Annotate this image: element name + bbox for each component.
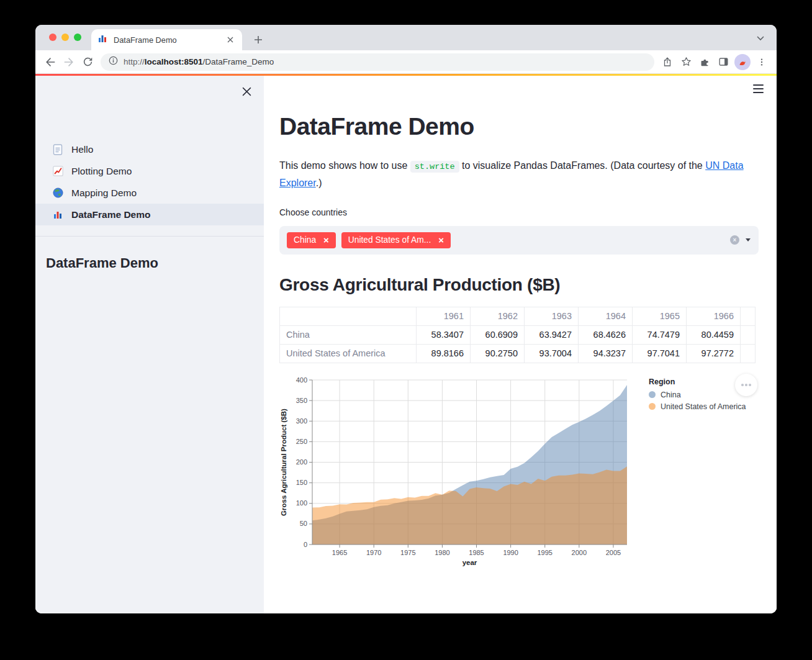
remove-option-icon[interactable]: × <box>323 235 329 245</box>
table-cell: 60.6909 <box>471 325 525 344</box>
svg-text:250: 250 <box>296 438 307 445</box>
window-controls <box>49 34 81 41</box>
svg-text:2005: 2005 <box>606 549 621 556</box>
pill-label: China <box>294 235 316 245</box>
table-header-row: 1961 1962 1963 1964 1965 1966 <box>280 307 756 325</box>
site-info-icon[interactable] <box>109 56 118 68</box>
sidebar-close-icon[interactable] <box>238 83 255 99</box>
browser-menu-kebab-icon[interactable] <box>752 53 771 71</box>
table-cell: 74.7479 <box>633 325 687 344</box>
legend-item-usa: United States of America <box>649 402 746 411</box>
table-header-cell: 1966 <box>687 307 741 325</box>
tab-strip: DataFrame Demo <box>35 25 777 50</box>
page-content: DataFrame Demo This demo shows how to us… <box>264 74 759 569</box>
country-multiselect[interactable]: China × United States of Am... × × <box>279 226 759 255</box>
tab-search-chevron-icon[interactable] <box>754 32 767 45</box>
svg-text:1980: 1980 <box>435 549 449 556</box>
table-cell: 63.9427 <box>525 325 579 344</box>
back-button[interactable] <box>41 53 60 71</box>
dropdown-caret-icon[interactable] <box>746 238 751 242</box>
svg-text:200: 200 <box>296 458 307 466</box>
chart-legend: Region China United States of America <box>649 377 746 569</box>
remove-option-icon[interactable]: × <box>438 235 444 245</box>
minimize-window-button[interactable] <box>61 34 69 41</box>
legend-label: China <box>661 391 681 399</box>
table-cell-clipped <box>741 325 756 344</box>
svg-text:year: year <box>462 559 477 566</box>
selected-option-pill-china: China × <box>287 232 336 248</box>
svg-text:150: 150 <box>296 479 307 486</box>
svg-text:1985: 1985 <box>469 549 484 556</box>
url-bar[interactable]: http://localhost:8501/DataFrame_Demo <box>101 53 654 71</box>
svg-text:1990: 1990 <box>503 549 518 556</box>
page-title: DataFrame Demo <box>279 112 759 142</box>
table-header-cell: 1965 <box>633 307 687 325</box>
table-cell: 93.7004 <box>525 344 579 363</box>
inline-code: st.write <box>410 161 459 173</box>
sidebar: Hello Plotting Demo Mapping Demo <box>35 74 264 613</box>
reload-button[interactable] <box>78 53 97 71</box>
section-title: Gross Agricultural Production ($B) <box>279 275 759 295</box>
sidebar-heading: DataFrame Demo <box>35 237 264 271</box>
bar-chart-icon <box>52 209 63 220</box>
bookmark-star-icon[interactable] <box>677 53 695 71</box>
svg-text:350: 350 <box>296 396 307 404</box>
dataframe-table: 1961 1962 1963 1964 1965 1966 China 58.3… <box>279 307 756 363</box>
new-tab-button[interactable] <box>250 31 267 48</box>
sidebar-nav: Hello Plotting Demo Mapping Demo <box>35 138 264 225</box>
table-header-cell: 1961 <box>417 307 471 325</box>
svg-text:0: 0 <box>304 540 307 548</box>
intro-text: .) <box>316 178 322 188</box>
intro-text: to visualize Pandas DataFrames. (Data co… <box>459 160 706 171</box>
svg-text:300: 300 <box>296 417 307 425</box>
table-header-cell: 1964 <box>579 307 633 325</box>
table-header-cell: 1962 <box>471 307 525 325</box>
table-cell: 90.2750 <box>471 344 525 363</box>
sidebar-item-hello[interactable]: Hello <box>35 138 264 160</box>
selected-option-pill-usa: United States of Am... × <box>341 232 451 248</box>
table-row-china: China 58.3407 60.6909 63.9427 68.4626 74… <box>280 325 756 344</box>
legend-label: United States of America <box>661 402 746 411</box>
area-chart: 1965197019751980198519901995200020050501… <box>279 370 759 569</box>
table-row-usa: United States of America 89.8166 90.2750… <box>280 344 756 363</box>
chart-canvas[interactable]: 1965197019751980198519901995200020050501… <box>279 370 636 569</box>
sidebar-item-dataframe-demo[interactable]: DataFrame Demo <box>35 204 264 225</box>
legend-swatch-usa <box>649 403 656 410</box>
chart-options-ellipsis-icon[interactable] <box>735 374 757 396</box>
profile-avatar[interactable] <box>734 54 751 70</box>
main-menu-icon[interactable] <box>751 83 765 94</box>
streamlit-app: Hello Plotting Demo Mapping Demo <box>35 74 777 613</box>
side-panel-icon[interactable] <box>714 53 733 71</box>
legend-item-china: China <box>649 391 746 399</box>
svg-text:1970: 1970 <box>366 549 381 556</box>
table-header-cell: 1963 <box>525 307 579 325</box>
svg-text:Gross Agricultural Product ($B: Gross Agricultural Product ($B) <box>280 409 287 516</box>
forward-button[interactable] <box>60 53 78 71</box>
multiselect-controls: × <box>730 226 751 255</box>
main-panel: DataFrame Demo This demo shows how to us… <box>264 74 777 613</box>
tab-close-icon[interactable] <box>225 34 236 45</box>
clear-all-icon[interactable]: × <box>730 235 739 245</box>
share-icon[interactable] <box>658 53 677 71</box>
browser-tab[interactable]: DataFrame Demo <box>91 29 242 50</box>
svg-text:50: 50 <box>300 520 307 527</box>
document-icon <box>52 144 63 155</box>
pill-label: United States of Am... <box>348 235 431 245</box>
browser-toolbar: http://localhost:8501/DataFrame_Demo <box>35 50 777 74</box>
close-window-button[interactable] <box>49 34 56 41</box>
svg-text:2000: 2000 <box>572 549 587 556</box>
table-cell: 80.4459 <box>687 325 741 344</box>
extensions-puzzle-icon[interactable] <box>695 53 714 71</box>
table-header-cell <box>280 307 417 325</box>
decoration-gradient-bar <box>35 74 777 76</box>
row-label-cell: United States of America <box>280 344 417 363</box>
sidebar-item-plotting-demo[interactable]: Plotting Demo <box>35 160 264 182</box>
zoom-window-button[interactable] <box>74 34 81 41</box>
table-cell: 94.3237 <box>579 344 633 363</box>
intro-text: This demo shows how to use <box>279 160 410 171</box>
sidebar-item-mapping-demo[interactable]: Mapping Demo <box>35 182 264 204</box>
browser-window: DataFrame Demo http://localhost:8501/Dat… <box>35 25 777 613</box>
svg-text:1975: 1975 <box>400 549 415 556</box>
table-cell: 97.2772 <box>687 344 741 363</box>
svg-text:1995: 1995 <box>537 549 552 556</box>
